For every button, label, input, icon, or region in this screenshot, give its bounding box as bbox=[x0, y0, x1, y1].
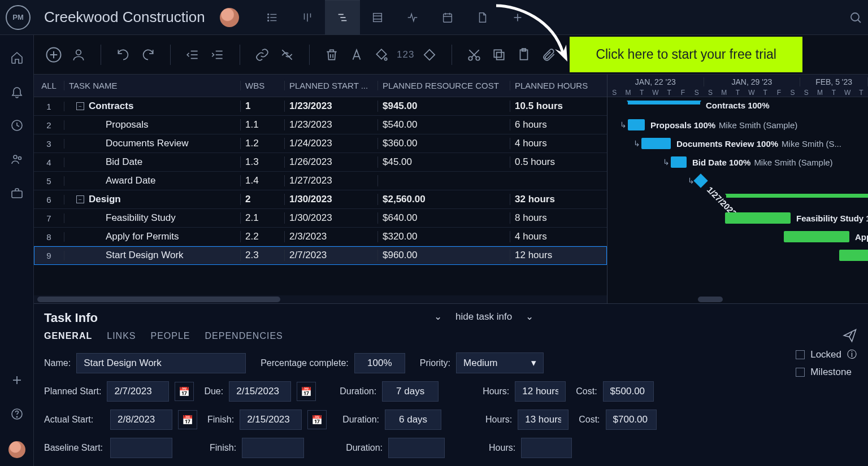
table-row[interactable]: 9Start Design Work2.32/7/2023$960.0012 h… bbox=[34, 246, 607, 265]
bell-icon[interactable] bbox=[10, 85, 24, 98]
due-input[interactable] bbox=[229, 381, 291, 402]
finish-input[interactable] bbox=[240, 410, 302, 430]
name-input[interactable] bbox=[76, 353, 246, 373]
table-row[interactable]: 8Apply for Permits2.22/3/2023$320.004 ho… bbox=[34, 228, 607, 246]
percent-input[interactable] bbox=[354, 353, 405, 373]
table-row[interactable]: 1−Contracts11/23/2023$945.0010.5 hours bbox=[34, 97, 607, 116]
hide-task-info-button[interactable]: ⌄ hide task info ⌄ bbox=[434, 311, 533, 323]
col-planned-start[interactable]: PLANNED START ... bbox=[285, 81, 378, 90]
view-list-icon[interactable] bbox=[255, 0, 290, 35]
gantt-row: Proposals 100%Mike Smith (Sample)↳ bbox=[607, 116, 868, 134]
user-avatar[interactable] bbox=[8, 441, 25, 458]
gantt-bar[interactable]: Documents Review 100%Mike Smith (S... bbox=[641, 138, 671, 149]
gantt-bar[interactable] bbox=[726, 194, 868, 198]
cut-icon[interactable] bbox=[465, 45, 484, 64]
table-row[interactable]: 3Documents Review1.21/24/2023$360.004 ho… bbox=[34, 134, 607, 153]
view-activity-icon[interactable] bbox=[395, 0, 430, 35]
baseline-finish-input[interactable] bbox=[242, 438, 304, 458]
search-icon[interactable] bbox=[849, 11, 862, 24]
col-task-name[interactable]: TASK NAME bbox=[64, 81, 241, 90]
milestone-tool-icon[interactable] bbox=[420, 45, 439, 64]
home-icon[interactable] bbox=[10, 51, 24, 64]
add-task-icon[interactable] bbox=[44, 45, 63, 64]
app-logo[interactable]: PM bbox=[6, 5, 31, 30]
calendar-icon[interactable]: 📅 bbox=[175, 382, 194, 401]
copy-icon[interactable] bbox=[489, 45, 509, 64]
tab-people[interactable]: PEOPLE bbox=[150, 331, 190, 341]
locked-checkbox[interactable]: Locked ⓘ bbox=[796, 348, 857, 361]
gantt-bar[interactable]: Apply f bbox=[784, 231, 849, 242]
milestone-checkbox[interactable]: Milestone bbox=[796, 367, 857, 378]
table-row[interactable]: 4Bid Date1.31/26/2023$45.000.5 hours bbox=[34, 153, 607, 172]
gantt-bar[interactable]: Contracts 100% bbox=[628, 101, 700, 104]
tab-general[interactable]: GENERAL bbox=[44, 331, 92, 341]
add-icon[interactable] bbox=[10, 373, 24, 387]
clock-icon[interactable] bbox=[10, 119, 24, 132]
planned-start-input[interactable] bbox=[107, 381, 169, 402]
gantt-scrollbar[interactable] bbox=[607, 295, 868, 303]
view-calendar-icon[interactable] bbox=[430, 0, 465, 35]
col-index[interactable]: ALL bbox=[34, 81, 64, 90]
redo-icon[interactable] bbox=[138, 45, 158, 64]
gantt-bar[interactable]: 1/27/2023 bbox=[693, 173, 708, 188]
text-style-icon[interactable] bbox=[347, 45, 366, 64]
actual-hours-input[interactable] bbox=[518, 410, 568, 430]
tab-dependencies[interactable]: DEPENDENCIES bbox=[205, 331, 283, 341]
hours-input[interactable] bbox=[515, 381, 566, 402]
col-planned-resource-cost[interactable]: PLANNED RESOURCE COST bbox=[378, 81, 510, 90]
gantt-row bbox=[607, 190, 868, 209]
actual-cost-input[interactable] bbox=[606, 410, 657, 430]
priority-select[interactable]: Medium▾ bbox=[456, 352, 544, 373]
view-gantt-icon[interactable] bbox=[325, 0, 360, 35]
undo-icon[interactable] bbox=[114, 45, 133, 64]
baseline-start-input[interactable] bbox=[110, 438, 172, 458]
paste-icon[interactable] bbox=[514, 45, 533, 64]
col-planned-hours[interactable]: PLANNED HOURS bbox=[510, 81, 607, 90]
help-icon[interactable] bbox=[10, 407, 24, 421]
team-icon[interactable] bbox=[10, 153, 24, 166]
calendar-icon[interactable]: 📅 bbox=[297, 382, 316, 401]
view-board-icon[interactable] bbox=[290, 0, 325, 35]
fill-icon[interactable] bbox=[372, 45, 391, 64]
baseline-hours-input[interactable] bbox=[521, 438, 572, 458]
collapse-icon[interactable]: − bbox=[76, 195, 84, 203]
project-avatar[interactable] bbox=[220, 8, 239, 27]
collapse-icon[interactable]: − bbox=[76, 102, 84, 110]
tab-links[interactable]: LINKS bbox=[107, 331, 136, 341]
gantt-row: Feasibility Study 10 bbox=[607, 209, 868, 228]
cost-input[interactable] bbox=[603, 381, 654, 402]
actual-duration-input[interactable] bbox=[385, 410, 441, 430]
briefcase-icon[interactable] bbox=[10, 186, 24, 200]
table-row[interactable]: 6−Design21/30/2023$2,560.0032 hours bbox=[34, 190, 607, 209]
actual-start-input[interactable] bbox=[110, 410, 172, 430]
table-row[interactable]: 2Proposals1.11/23/2023$540.006 hours bbox=[34, 116, 607, 134]
table-row[interactable]: 5Award Date1.41/27/2023 bbox=[34, 172, 607, 190]
timeline-header: JAN, 22 '23JAN, 29 '23FEB, 5 '23 SMTWTFS… bbox=[607, 75, 868, 97]
gantt-bar[interactable]: Feasibility Study 10 bbox=[725, 212, 791, 224]
outdent-icon[interactable] bbox=[183, 45, 202, 64]
gantt-bar[interactable]: Proposals 100%Mike Smith (Sample) bbox=[628, 119, 645, 130]
gantt-bar[interactable]: Bid Date 100%Mike Smith (Sample) bbox=[671, 156, 687, 168]
gantt-bar[interactable] bbox=[839, 250, 868, 261]
calendar-icon[interactable]: 📅 bbox=[178, 410, 197, 429]
assign-icon[interactable] bbox=[69, 45, 88, 64]
send-icon[interactable] bbox=[842, 328, 858, 343]
delete-icon[interactable] bbox=[322, 45, 341, 64]
table-scrollbar[interactable] bbox=[34, 295, 607, 303]
table-row[interactable]: 7Feasibility Study2.11/30/2023$640.008 h… bbox=[34, 209, 607, 228]
add-view-icon[interactable] bbox=[500, 0, 535, 35]
link-icon[interactable] bbox=[253, 45, 272, 64]
view-file-icon[interactable] bbox=[465, 0, 500, 35]
duration-input[interactable] bbox=[382, 381, 439, 402]
number-icon[interactable]: 123 bbox=[397, 49, 414, 60]
col-wbs[interactable]: WBS bbox=[241, 81, 285, 90]
calendar-icon[interactable]: 📅 bbox=[307, 410, 327, 429]
attachment-icon[interactable] bbox=[539, 45, 558, 64]
gantt-row: Bid Date 100%Mike Smith (Sample)↳ bbox=[607, 153, 868, 172]
indent-icon[interactable] bbox=[208, 45, 227, 64]
view-sheet-icon[interactable] bbox=[360, 0, 395, 35]
free-trial-cta[interactable]: Click here to start your free trial bbox=[570, 37, 802, 72]
unlink-icon[interactable] bbox=[277, 45, 297, 64]
svg-point-43 bbox=[384, 58, 387, 60]
baseline-duration-input[interactable] bbox=[388, 438, 445, 458]
